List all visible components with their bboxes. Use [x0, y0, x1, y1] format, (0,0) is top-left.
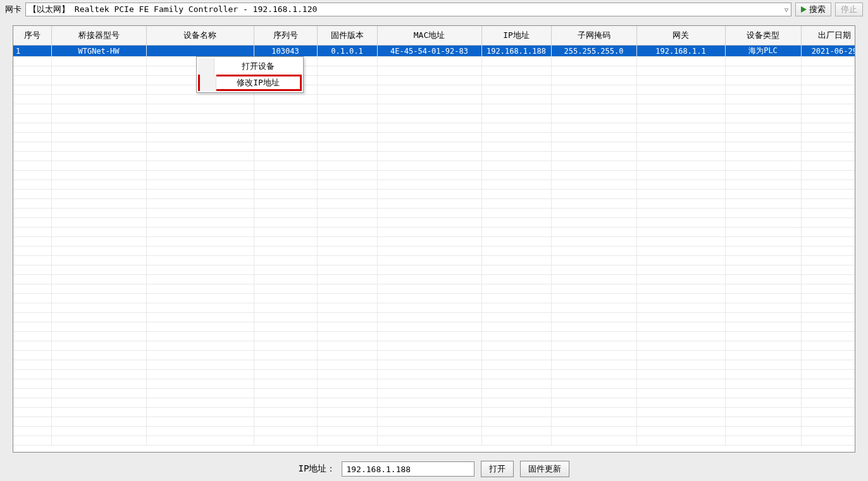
- table-row[interactable]: [13, 161, 855, 171]
- table-row[interactable]: [13, 228, 855, 237]
- table-row[interactable]: [13, 76, 855, 85]
- table-cell: [551, 199, 636, 209]
- table-cell: [377, 209, 481, 218]
- table-row[interactable]: [13, 332, 855, 341]
- table-row[interactable]: [13, 427, 855, 436]
- column-header[interactable]: 设备类型: [725, 26, 801, 46]
- table-cell: [146, 351, 254, 360]
- table-row[interactable]: [13, 436, 855, 446]
- table-row[interactable]: [13, 294, 855, 303]
- table-cell: [254, 313, 317, 322]
- table-row[interactable]: [13, 237, 855, 247]
- table-cell: [801, 303, 855, 313]
- table-row[interactable]: [13, 95, 855, 104]
- table-row[interactable]: [13, 133, 855, 142]
- table-cell: [51, 142, 146, 152]
- table-cell: [801, 398, 855, 408]
- table-cell: 1: [13, 46, 51, 57]
- table-row[interactable]: [13, 313, 855, 322]
- table-cell: [254, 398, 317, 408]
- table-row[interactable]: [13, 209, 855, 218]
- search-button[interactable]: 搜索: [795, 3, 831, 16]
- context-menu-item[interactable]: 修改IP地址: [198, 75, 302, 91]
- table-row[interactable]: [13, 66, 855, 76]
- table-cell: [13, 408, 51, 417]
- table-cell: [317, 265, 377, 275]
- table-cell: [551, 341, 636, 351]
- table-row[interactable]: [13, 322, 855, 332]
- table-cell: [146, 247, 254, 256]
- table-cell: [377, 256, 481, 265]
- table-row[interactable]: [13, 114, 855, 123]
- table-row[interactable]: [13, 417, 855, 427]
- table-cell: [146, 171, 254, 180]
- open-button[interactable]: 打开: [481, 461, 514, 477]
- table-row[interactable]: [13, 171, 855, 180]
- table-row[interactable]: [13, 303, 855, 313]
- ip-input[interactable]: [342, 461, 474, 477]
- table-cell: [801, 322, 855, 332]
- table-cell: [481, 294, 551, 303]
- table-cell: [254, 303, 317, 313]
- column-header[interactable]: 出厂日期: [801, 26, 855, 46]
- table-cell: [317, 161, 377, 171]
- table-row[interactable]: [13, 190, 855, 199]
- column-header[interactable]: 序列号: [254, 26, 317, 46]
- column-header[interactable]: 子网掩码: [551, 26, 636, 46]
- table-row[interactable]: 1WTGNet-HW1030430.1.0.14E-45-54-01-92-83…: [13, 46, 855, 57]
- table-row[interactable]: [13, 199, 855, 209]
- column-header[interactable]: 设备名称: [146, 26, 254, 46]
- table-row[interactable]: [13, 104, 855, 114]
- table-row[interactable]: [13, 142, 855, 152]
- table-cell: [801, 427, 855, 436]
- column-header[interactable]: 桥接器型号: [51, 26, 146, 46]
- table-row[interactable]: [13, 284, 855, 294]
- table-row[interactable]: [13, 265, 855, 275]
- table-cell: [551, 237, 636, 247]
- table-cell: [317, 95, 377, 104]
- table-row[interactable]: [13, 123, 855, 133]
- table-row[interactable]: [13, 408, 855, 417]
- column-header[interactable]: IP地址: [481, 26, 551, 46]
- table-row[interactable]: [13, 152, 855, 161]
- table-row[interactable]: [13, 379, 855, 389]
- table-cell: [551, 66, 636, 76]
- table-cell: [725, 332, 801, 341]
- stop-button[interactable]: 停止: [835, 3, 863, 16]
- table-cell: [725, 114, 801, 123]
- network-adapter-select[interactable]: 【以太网】 Realtek PCIe FE Family Controller …: [25, 3, 791, 16]
- column-header[interactable]: 固件版本: [317, 26, 377, 46]
- column-header[interactable]: 网关: [636, 26, 725, 46]
- table-row[interactable]: [13, 351, 855, 360]
- table-row[interactable]: [13, 218, 855, 228]
- table-row[interactable]: [13, 256, 855, 265]
- table-cell: [636, 436, 725, 446]
- table-cell: [551, 360, 636, 370]
- table-row[interactable]: [13, 360, 855, 370]
- table-cell: [481, 265, 551, 275]
- table-cell: [51, 313, 146, 322]
- table-row[interactable]: [13, 398, 855, 408]
- context-menu-item[interactable]: 打开设备: [198, 58, 302, 75]
- table-row[interactable]: [13, 341, 855, 351]
- table-row[interactable]: [13, 275, 855, 284]
- table-row[interactable]: [13, 247, 855, 256]
- column-header[interactable]: 序号: [13, 26, 51, 46]
- table-cell: [801, 104, 855, 114]
- table-row[interactable]: [13, 180, 855, 190]
- table-cell: [13, 284, 51, 294]
- table-cell: [317, 152, 377, 161]
- table-cell: [317, 199, 377, 209]
- table-cell: [551, 275, 636, 284]
- table-cell: [146, 133, 254, 142]
- table-row[interactable]: [13, 389, 855, 398]
- table-row[interactable]: [13, 57, 855, 66]
- firmware-update-button[interactable]: 固件更新: [520, 461, 569, 477]
- table-cell: [51, 133, 146, 142]
- column-header[interactable]: MAC地址: [377, 26, 481, 46]
- table-row[interactable]: [13, 370, 855, 379]
- table-row[interactable]: [13, 85, 855, 95]
- table-body: 1WTGNet-HW1030430.1.0.14E-45-54-01-92-83…: [13, 46, 855, 446]
- table-cell: [725, 427, 801, 436]
- table-cell: [801, 142, 855, 152]
